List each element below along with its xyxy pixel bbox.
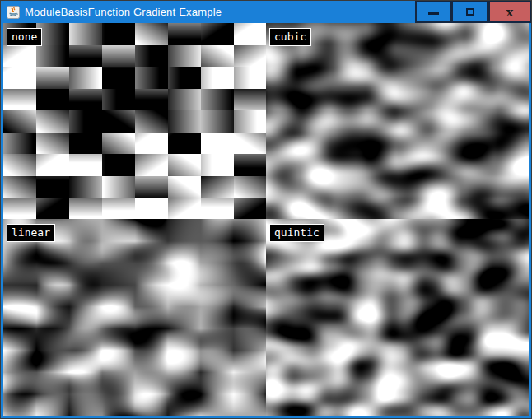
- panel-cubic: cubic: [266, 23, 529, 219]
- java-coffee-cup-icon: [7, 6, 20, 19]
- titlebar[interactable]: ModuleBasisFunction Gradient Example x: [1, 1, 531, 23]
- panel-label-none: none: [7, 28, 42, 46]
- window-controls: x: [415, 1, 531, 23]
- panel-none: none: [3, 23, 266, 219]
- panel-linear: linear: [3, 219, 266, 416]
- close-icon: x: [506, 7, 513, 18]
- window-title: ModuleBasisFunction Gradient Example: [25, 6, 222, 18]
- noise-canvas-linear: [3, 219, 266, 416]
- minimize-button[interactable]: [415, 1, 451, 23]
- render-area: none cubic linear quintic: [3, 23, 529, 416]
- close-button[interactable]: x: [488, 1, 531, 23]
- panel-label-quintic: quintic: [269, 224, 324, 242]
- panel-label-linear: linear: [7, 224, 55, 242]
- noise-canvas-quintic: [266, 219, 529, 416]
- app-window: ModuleBasisFunction Gradient Example x n…: [0, 0, 532, 419]
- noise-canvas-none: [3, 23, 266, 219]
- panel-quintic: quintic: [266, 219, 529, 416]
- minimize-icon: [428, 12, 439, 15]
- panel-label-cubic: cubic: [269, 28, 311, 46]
- window-frame: none cubic linear quintic: [1, 23, 531, 418]
- maximize-icon: [466, 8, 474, 16]
- noise-canvas-cubic: [266, 23, 529, 219]
- maximize-button[interactable]: [451, 1, 488, 23]
